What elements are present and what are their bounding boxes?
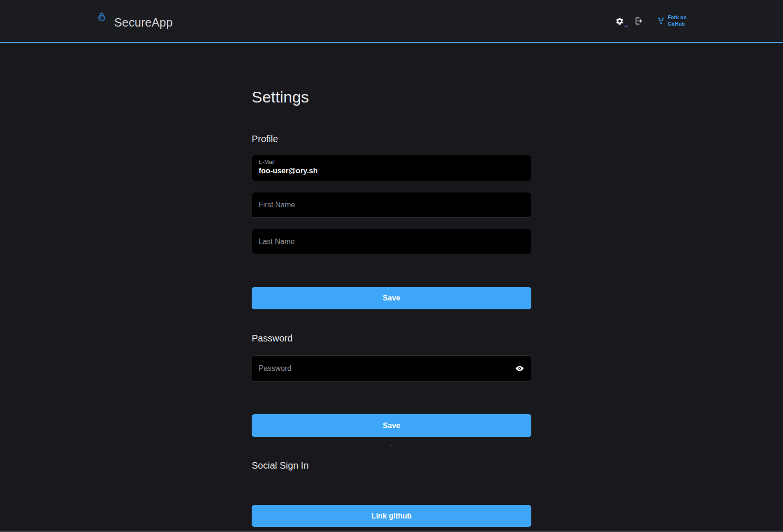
- brand: SecureApp: [96, 12, 173, 30]
- profile-form-dot: .: [252, 313, 531, 320]
- eye-icon: [515, 364, 524, 373]
- lock-icon: [96, 11, 107, 24]
- last-name-input[interactable]: [259, 238, 524, 246]
- header-actions: Fork on GitHub: [614, 14, 687, 27]
- password-heading: Password: [252, 333, 531, 344]
- email-input[interactable]: [259, 167, 524, 175]
- brand-name: SecureApp: [114, 15, 173, 30]
- link-github-button[interactable]: Link github: [252, 505, 531, 527]
- git-fork-icon: [657, 16, 665, 26]
- settings-button[interactable]: [614, 16, 625, 27]
- email-field[interactable]: E-Mail: [252, 155, 531, 181]
- password-field[interactable]: [252, 355, 531, 382]
- fork-link-text: Fork on GitHub: [668, 14, 687, 27]
- header-inner: SecureApp: [96, 0, 687, 42]
- logout-icon: [634, 16, 643, 26]
- logout-button[interactable]: [633, 15, 644, 27]
- app-header: SecureApp: [0, 0, 783, 43]
- first-name-field[interactable]: [252, 192, 531, 218]
- last-name-field[interactable]: [252, 229, 531, 254]
- password-input[interactable]: [259, 364, 524, 373]
- profile-heading: Profile: [252, 133, 531, 145]
- password-save-button[interactable]: Save: [252, 414, 531, 437]
- social-sign-in-heading: Social Sign In: [252, 460, 531, 471]
- email-label: E-Mail: [259, 159, 524, 166]
- password-form-dot: .: [252, 441, 531, 447]
- profile-save-button[interactable]: Save: [252, 287, 531, 309]
- main-content: Settings Profile E-Mail Save . Password: [252, 43, 531, 527]
- settings-page: SecureApp: [0, 0, 783, 532]
- page-title: Settings: [252, 88, 531, 107]
- fork-on-github-link[interactable]: Fork on GitHub: [657, 14, 687, 27]
- focus-cursor-dash: [625, 26, 628, 27]
- first-name-input[interactable]: [259, 201, 524, 209]
- toggle-password-visibility-button[interactable]: [514, 363, 525, 374]
- gear-icon: [615, 17, 624, 26]
